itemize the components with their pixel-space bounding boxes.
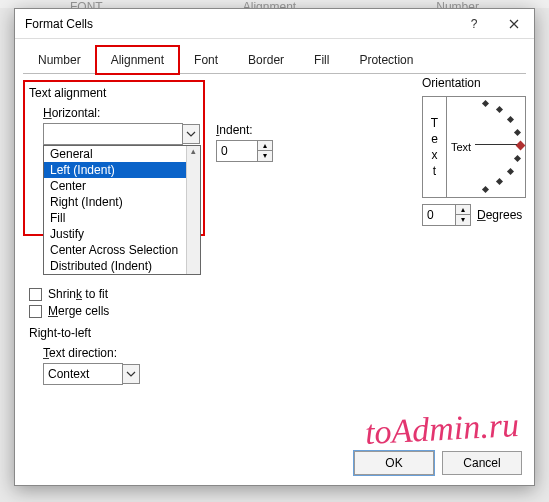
orientation-vertical-text[interactable]: Text	[423, 97, 447, 197]
tab-border[interactable]: Border	[233, 46, 299, 74]
checkbox-icon	[29, 305, 42, 318]
indent-spinner[interactable]: ▴▾	[216, 140, 273, 162]
degrees-down[interactable]: ▾	[456, 215, 470, 225]
rtl-label: Right-to-left	[29, 326, 520, 340]
degrees-input[interactable]	[422, 204, 456, 226]
option-justify[interactable]: Justify	[44, 226, 186, 242]
text-direction-label: Text direction:	[43, 346, 520, 360]
orientation-box: Text Text	[422, 96, 526, 198]
option-left-indent[interactable]: Left (Indent)	[44, 162, 186, 178]
indent-input[interactable]	[216, 140, 258, 162]
chevron-down-icon	[126, 369, 136, 379]
degrees-label: Degrees	[477, 208, 522, 222]
format-cells-dialog: Format Cells ? Number Alignment Font Bor…	[14, 8, 535, 486]
tab-protection[interactable]: Protection	[344, 46, 428, 74]
background-ribbon: FONTAlignmentNumber	[0, 0, 549, 8]
horizontal-combo[interactable]	[43, 123, 183, 145]
orientation-handle[interactable]	[516, 141, 526, 151]
tab-alignment[interactable]: Alignment	[96, 46, 179, 74]
dialog-footer: OK Cancel	[354, 451, 522, 475]
indent-down[interactable]: ▾	[258, 151, 272, 161]
indent-label: Indent:	[216, 123, 273, 137]
dialog-title: Format Cells	[25, 17, 454, 31]
option-distributed[interactable]: Distributed (Indent)	[44, 258, 186, 274]
option-right-indent[interactable]: Right (Indent)	[44, 194, 186, 210]
help-button[interactable]: ?	[454, 9, 494, 39]
shrink-checkbox[interactable]: Shrink to fit	[29, 287, 520, 301]
chevron-down-icon	[186, 129, 196, 139]
cancel-button[interactable]: Cancel	[442, 451, 522, 475]
dropdown-scrollbar[interactable]: ▴	[186, 146, 200, 274]
option-general[interactable]: General	[44, 146, 186, 162]
close-icon	[509, 19, 519, 29]
degrees-spinner[interactable]: ▴▾	[422, 204, 471, 226]
indent-up[interactable]: ▴	[258, 141, 272, 151]
horizontal-dropdown-list: General Left (Indent) Center Right (Inde…	[43, 145, 201, 275]
tab-font[interactable]: Font	[179, 46, 233, 74]
orientation-section: Orientation Text Text	[422, 76, 532, 226]
checkbox-icon	[29, 288, 42, 301]
tab-strip: Number Alignment Font Border Fill Protec…	[23, 45, 526, 74]
degrees-up[interactable]: ▴	[456, 205, 470, 215]
dialog-body: Text alignment Horizontal: General Left …	[15, 74, 534, 466]
tab-fill[interactable]: Fill	[299, 46, 344, 74]
orientation-arc[interactable]: Text	[447, 97, 525, 197]
option-center-across[interactable]: Center Across Selection	[44, 242, 186, 258]
option-center[interactable]: Center	[44, 178, 186, 194]
option-fill[interactable]: Fill	[44, 210, 186, 226]
titlebar: Format Cells ?	[15, 9, 534, 39]
text-direction-combo[interactable]: Context	[43, 363, 123, 385]
merge-checkbox[interactable]: Merge cells	[29, 304, 520, 318]
ok-button[interactable]: OK	[354, 451, 434, 475]
orientation-label: Orientation	[422, 76, 532, 90]
horizontal-combo-button[interactable]	[182, 124, 200, 144]
text-direction-combo-button[interactable]	[122, 364, 140, 384]
close-button[interactable]	[494, 9, 534, 39]
tab-number[interactable]: Number	[23, 46, 96, 74]
